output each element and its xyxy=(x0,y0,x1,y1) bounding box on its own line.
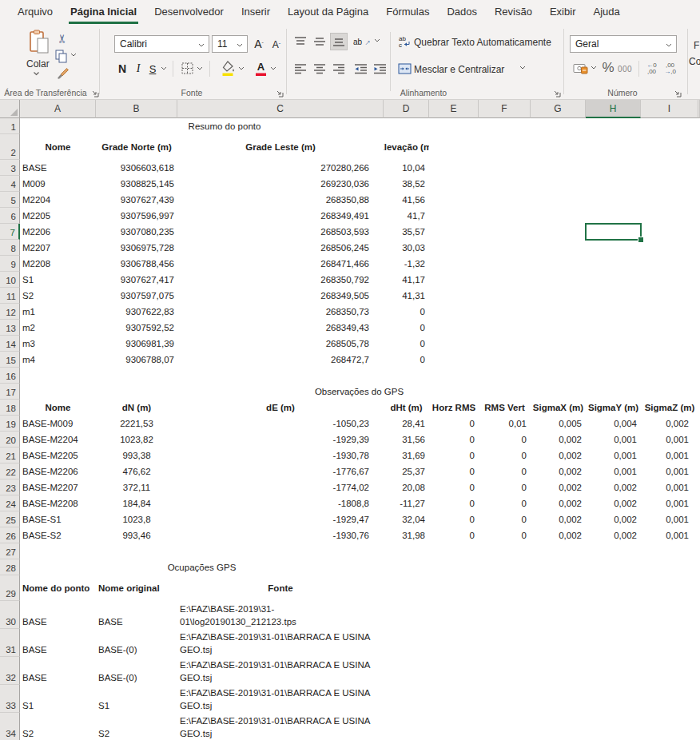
increase-font-size-button[interactable]: Aˆ xyxy=(251,36,267,52)
cell-A25[interactable]: BASE-S1 xyxy=(20,511,96,527)
row-header-30[interactable]: 30 xyxy=(0,601,20,629)
cell-H18[interactable]: SigmaY (m) xyxy=(586,400,641,416)
cell-H25[interactable]: 0,002 xyxy=(586,511,641,527)
row-header-16[interactable]: 16 xyxy=(0,368,20,384)
cell-D25[interactable]: 32,04 xyxy=(384,511,429,527)
row-header-27[interactable]: 27 xyxy=(0,543,20,559)
cell-A21[interactable]: BASE-M2205 xyxy=(20,448,96,463)
cell-G23[interactable]: 0,002 xyxy=(531,479,586,495)
cell-C25[interactable]: -1929,47 xyxy=(177,511,384,527)
cell-I22[interactable]: 0,001 xyxy=(641,463,698,479)
cell-B11[interactable]: 9307597,075 xyxy=(96,288,177,304)
align-center-button[interactable] xyxy=(312,61,328,77)
cell-B7[interactable]: 9307080,235 xyxy=(96,224,177,240)
tab-p-gina-inicial[interactable]: Página Inicial xyxy=(70,0,137,24)
cell-D6[interactable]: 41,7 xyxy=(384,208,429,224)
cell-E20[interactable]: 0 xyxy=(429,432,479,448)
row-header-12[interactable]: 12 xyxy=(0,304,20,320)
cell-H19[interactable]: 0,004 xyxy=(586,416,641,432)
cell-C33[interactable]: E:\FAZ\BASE-2019\31-01\BARRACA E USINAGE… xyxy=(177,685,384,713)
row-header-8[interactable]: 8 xyxy=(0,240,20,256)
cell-B30[interactable]: BASE xyxy=(96,601,177,629)
cell-C10[interactable]: 268350,792 xyxy=(177,272,384,288)
cell-C12[interactable]: 268350,73 xyxy=(177,304,384,320)
cell-A33[interactable]: S1 xyxy=(20,685,96,713)
cell-F18[interactable]: RMS Vert xyxy=(479,400,531,416)
cell-D23[interactable]: 20,08 xyxy=(384,479,429,495)
cell-B25[interactable]: 1023,8 xyxy=(96,511,177,527)
cell-D12[interactable]: 0 xyxy=(384,304,429,320)
accounting-format-button[interactable] xyxy=(572,61,588,75)
cell-E18[interactable]: Horz RMS xyxy=(429,400,479,416)
column-header-C[interactable]: C xyxy=(177,100,384,118)
cell-H26[interactable]: 0,002 xyxy=(586,527,641,543)
cell-A34[interactable]: S2 xyxy=(20,713,96,740)
cell-G20[interactable]: 0,002 xyxy=(531,432,586,448)
cell-B34[interactable]: S2 xyxy=(96,713,177,740)
row-header-20[interactable]: 20 xyxy=(0,432,20,448)
cell-A26[interactable]: BASE-S2 xyxy=(20,527,96,543)
align-middle-button[interactable] xyxy=(312,34,328,50)
row-header-5[interactable]: 5 xyxy=(0,192,20,208)
alignment-dialog-launcher[interactable] xyxy=(553,89,561,97)
number-dialog-launcher[interactable] xyxy=(674,89,682,97)
cell-H24[interactable]: 0,002 xyxy=(586,495,641,511)
cell-I18[interactable]: SigmaZ (m) xyxy=(641,400,698,416)
cell-E26[interactable]: 0 xyxy=(429,527,479,543)
comma-style-button[interactable]: 000 xyxy=(616,62,634,75)
copy-button[interactable] xyxy=(54,49,69,63)
cell-C22[interactable]: -1776,67 xyxy=(177,463,384,479)
cell-D10[interactable]: 41,17 xyxy=(384,272,429,288)
cell-B21[interactable]: 993,38 xyxy=(96,448,177,463)
cell-B2[interactable]: Grade Norte (m) xyxy=(96,134,177,160)
font-dialog-launcher[interactable] xyxy=(276,89,284,97)
cell-G19[interactable]: 0,005 xyxy=(531,416,586,432)
cell-D24[interactable]: -11,27 xyxy=(384,495,429,511)
cell-C18[interactable]: dE (m) xyxy=(177,400,384,416)
cell-D14[interactable]: 0 xyxy=(384,336,429,352)
cell-C32[interactable]: E:\FAZ\BASE-2019\31-01\BARRACA E USINAGE… xyxy=(177,657,384,685)
cell-B24[interactable]: 184,84 xyxy=(96,495,177,511)
cell-C9[interactable]: 268471,466 xyxy=(177,256,384,272)
cell-A4[interactable]: M009 xyxy=(20,176,96,192)
cell-B31[interactable]: BASE-(0) xyxy=(96,629,177,657)
cell-D13[interactable]: 0 xyxy=(384,320,429,336)
cell-G21[interactable]: 0,002 xyxy=(531,448,586,463)
cell-D11[interactable]: 41,31 xyxy=(384,288,429,304)
cell-E24[interactable]: 0 xyxy=(429,495,479,511)
cell-A29[interactable]: Nome do ponto xyxy=(20,575,96,601)
row-header-10[interactable]: 10 xyxy=(0,272,20,288)
cell-D4[interactable]: 38,52 xyxy=(384,176,429,192)
fill-handle[interactable] xyxy=(638,237,644,243)
cell-D7[interactable]: 35,57 xyxy=(384,224,429,240)
fill-color-button[interactable] xyxy=(221,60,235,78)
cell-D5[interactable]: 41,56 xyxy=(384,192,429,208)
cell-H22[interactable]: 0,001 xyxy=(586,463,641,479)
cell-I25[interactable]: 0,001 xyxy=(641,511,698,527)
cell-B6[interactable]: 9307596,997 xyxy=(96,208,177,224)
align-left-button[interactable] xyxy=(292,61,308,77)
column-header-D[interactable]: D xyxy=(384,100,429,118)
cell-I26[interactable]: 0,001 xyxy=(641,527,698,543)
row-header-24[interactable]: 24 xyxy=(0,495,20,511)
increase-decimal-button[interactable]: ←0 ,00 xyxy=(643,60,660,78)
cell-A11[interactable]: S2 xyxy=(20,288,96,304)
tab-exibir[interactable]: Exibir xyxy=(550,0,576,24)
tab-desenvolvedor[interactable]: Desenvolvedor xyxy=(154,0,224,24)
cell-A2[interactable]: Nome xyxy=(20,134,96,160)
cell-I21[interactable]: 0,001 xyxy=(641,448,698,463)
cell-C31[interactable]: E:\FAZ\BASE-2019\31-01\BARRACA E USINAGE… xyxy=(177,629,384,657)
decrease-font-size-button[interactable]: Aˇ xyxy=(268,37,284,53)
cell-E19[interactable]: 0 xyxy=(429,416,479,432)
cell-C15[interactable]: 268472,7 xyxy=(177,352,384,368)
row-header-6[interactable]: 6 xyxy=(0,208,20,224)
column-header-H[interactable]: H xyxy=(586,100,641,118)
paste-chevron-icon[interactable] xyxy=(33,71,40,76)
cell-C21[interactable]: -1930,78 xyxy=(177,448,384,463)
align-right-button[interactable] xyxy=(331,61,347,77)
align-bottom-button[interactable] xyxy=(331,34,347,50)
column-header-E[interactable]: E xyxy=(429,100,479,118)
column-header-G[interactable]: G xyxy=(531,100,586,118)
cell-I23[interactable]: 0,001 xyxy=(641,479,698,495)
cell-D20[interactable]: 31,56 xyxy=(384,432,429,448)
